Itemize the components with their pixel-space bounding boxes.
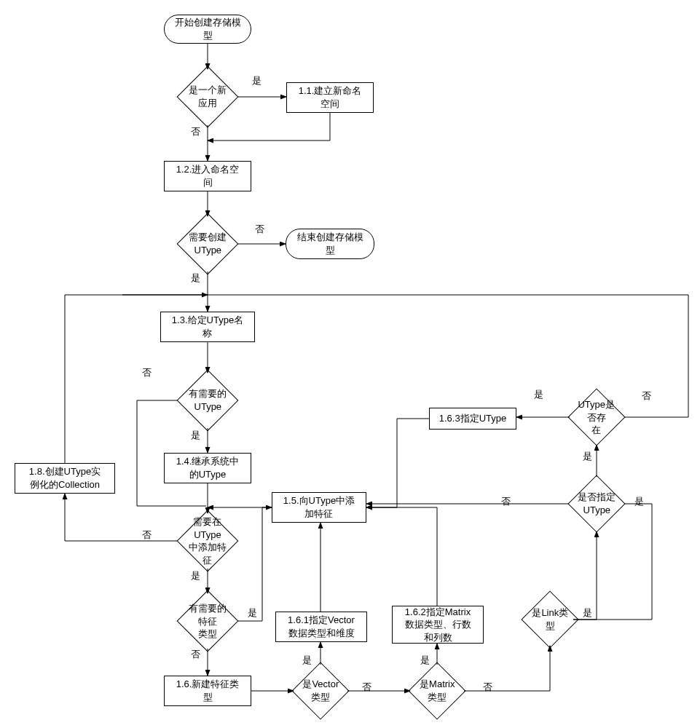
process-1-6-1-text: 1.6.1指定Vector数据类型和维度: [288, 614, 355, 639]
decision-is-vector-text: 是Vector类型: [301, 678, 340, 703]
process-1-6-text: 1.6.新建特征类型: [176, 678, 240, 703]
decision-add-feature: 需要在UType中添加特征: [177, 510, 239, 572]
label-no: 否: [255, 223, 264, 236]
decision-has-ftype-text: 有需要的特征类型: [186, 602, 229, 641]
process-1-6-2-text: 1.6.2指定Matrix数据类型、行数和列数: [405, 606, 471, 644]
process-1-1-text: 1.1.建立新命名空间: [299, 84, 362, 110]
label-yes: 是: [583, 450, 592, 463]
decision-has-utype-text: 有需要的UType: [186, 387, 229, 413]
decision-add-feature-text: 需要在UType中添加特征: [186, 515, 229, 566]
process-1-6-2: 1.6.2指定Matrix数据类型、行数和列数: [392, 606, 484, 644]
decision-is-matrix-text: 是Matrix类型: [417, 678, 457, 703]
label-yes: 是: [191, 272, 200, 285]
label-yes: 是: [534, 388, 543, 401]
process-1-2-text: 1.2.进入命名空间: [176, 163, 240, 189]
process-1-3: 1.3.给定UType名称: [160, 312, 255, 342]
label-yes: 是: [420, 654, 430, 667]
end-text: 结束创建存储模型: [297, 231, 363, 256]
label-no: 否: [191, 648, 200, 661]
label-no: 否: [191, 125, 200, 138]
start-terminal: 开始创建存储模型: [164, 15, 251, 44]
decision-is-vector: 是Vector类型: [291, 662, 349, 719]
decision-utype-exists-text: UType是否存在: [577, 398, 616, 437]
label-yes: 是: [252, 74, 261, 87]
decision-need-utype: 需要创建UType: [177, 213, 239, 275]
decision-is-link-text: 是Link类型: [530, 606, 570, 632]
start-text: 开始创建存储模型: [175, 16, 241, 41]
label-no: 否: [142, 366, 152, 379]
process-1-4-text: 1.4.继承系统中的UType: [176, 455, 240, 480]
process-1-5: 1.5.向UType中添加特征: [272, 492, 366, 523]
decision-new-app-text: 是一个新应用: [186, 84, 229, 109]
label-no: 否: [501, 495, 511, 508]
process-1-6: 1.6.新建特征类型: [164, 676, 251, 706]
decision-need-utype-text: 需要创建UType: [186, 231, 229, 256]
label-no: 否: [362, 681, 371, 694]
label-yes: 是: [191, 569, 200, 582]
process-1-8: 1.8.创建UType实例化的Collection: [15, 463, 115, 494]
process-1-6-1: 1.6.1指定Vector数据类型和维度: [275, 612, 367, 642]
label-yes: 是: [248, 606, 257, 620]
process-1-3-text: 1.3.给定UType名称: [172, 314, 243, 339]
label-no: 否: [642, 389, 651, 403]
process-1-4: 1.4.继承系统中的UType: [164, 453, 251, 483]
label-yes: 是: [583, 606, 592, 620]
decision-has-utype: 有需要的UType: [177, 370, 239, 432]
process-1-8-text: 1.8.创建UType实例化的Collection: [29, 465, 101, 491]
decision-utype-exists: UType是否存在: [567, 388, 625, 446]
end-terminal: 结束创建存储模型: [286, 229, 374, 259]
decision-assign-utype-text: 是否指定UType: [577, 491, 616, 516]
decision-has-ftype: 有需要的特征类型: [177, 590, 239, 652]
label-no: 否: [142, 529, 152, 542]
process-1-1: 1.1.建立新命名空间: [286, 82, 374, 113]
label-yes: 是: [302, 654, 312, 667]
label-yes: 是: [634, 495, 644, 508]
decision-is-matrix: 是Matrix类型: [408, 662, 465, 719]
process-1-6-3: 1.6.3指定UType: [429, 408, 516, 430]
decision-assign-utype: 是否指定UType: [567, 475, 625, 532]
decision-is-link: 是Link类型: [521, 590, 578, 648]
process-1-6-3-text: 1.6.3指定UType: [439, 412, 507, 425]
decision-new-app: 是一个新应用: [177, 66, 239, 128]
process-1-2: 1.2.进入命名空间: [164, 161, 251, 191]
label-no: 否: [483, 681, 492, 694]
label-yes: 是: [191, 429, 200, 442]
process-1-5-text: 1.5.向UType中添加特征: [283, 494, 355, 520]
